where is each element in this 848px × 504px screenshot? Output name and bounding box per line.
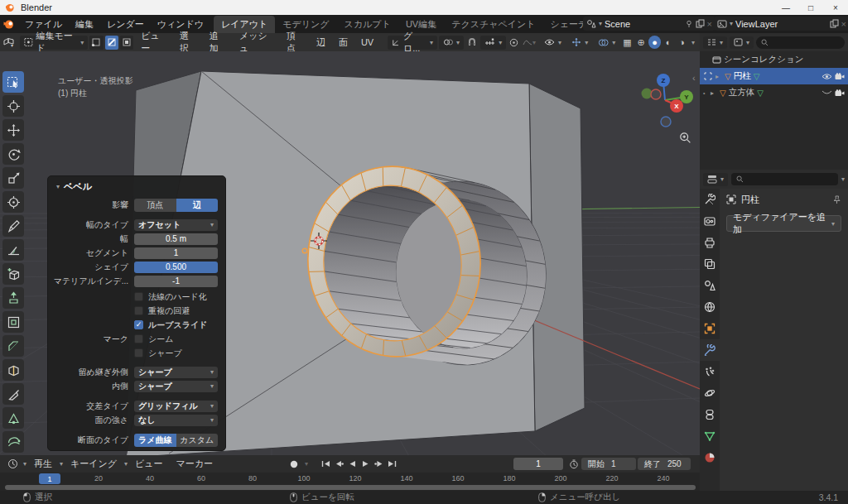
shading-rendered-button[interactable]: ◑ [676, 36, 688, 49]
frame-end-field[interactable]: 終了250 [638, 458, 691, 470]
harden-normals-checkbox[interactable] [134, 292, 143, 301]
outliner-row-cylinder[interactable]: ▸ ▽ 円柱 ▽ [700, 68, 848, 84]
material-index-field[interactable]: -1 [134, 276, 218, 287]
tab-object[interactable] [700, 318, 720, 339]
tab-render[interactable] [700, 210, 720, 232]
timeline-editor-type-icon[interactable] [3, 458, 22, 469]
tab-view-layer[interactable] [700, 253, 720, 275]
tool-extrude[interactable] [2, 287, 24, 309]
menu-marker[interactable]: マーカー [171, 458, 219, 470]
new-viewlayer-icon[interactable] [830, 19, 839, 28]
menu-face[interactable]: 面 [333, 36, 354, 49]
width-type-dropdown[interactable]: オフセット▾ [134, 219, 218, 231]
mode-selector[interactable]: 編集モード ▾ [20, 36, 88, 50]
properties-editor-type-icon[interactable]: ▾ [703, 173, 728, 186]
keying-set-caret[interactable]: ▾ [305, 460, 308, 468]
sidebar-collapse-arrow[interactable]: ‹ [692, 73, 696, 83]
expand-arrow[interactable]: ▸ [711, 89, 717, 97]
menu-render[interactable]: レンダー [100, 18, 151, 31]
miter-outer-dropdown[interactable]: シャープ▾ [134, 367, 218, 378]
outliner-filter-dropdown[interactable]: ▾ [730, 36, 754, 49]
jump-to-start-button[interactable] [320, 458, 332, 470]
jump-to-end-button[interactable] [386, 458, 398, 470]
shading-wireframe-button[interactable]: ⊕ [635, 36, 648, 49]
pivot-point-dropdown[interactable]: ▾ [439, 36, 464, 50]
close-button[interactable]: × [823, 0, 848, 15]
snap-settings-dropdown[interactable]: ▾ [480, 36, 506, 50]
tool-loop-cut[interactable] [2, 359, 24, 381]
mark-seam-checkbox[interactable] [134, 334, 143, 343]
xray-toggle[interactable]: ▦ [621, 36, 634, 49]
tool-poly-build[interactable] [2, 407, 24, 429]
current-frame-playhead[interactable]: 1 [39, 473, 60, 484]
pin-icon[interactable] [685, 20, 693, 28]
shading-material-button[interactable]: ◐ [662, 36, 675, 49]
maximize-button[interactable]: □ [798, 0, 823, 15]
outliner-row-cube[interactable]: • ▸ ▽ 立方体 ▽ [700, 84, 848, 101]
tool-transform[interactable] [2, 191, 24, 213]
auto-key-record-button[interactable] [287, 459, 301, 469]
frame-start-field[interactable]: 開始1 [581, 458, 636, 470]
transform-orientation-dropdown[interactable]: グロ... ▾ [388, 36, 437, 50]
hide-eye-closed-icon[interactable] [822, 89, 832, 96]
use-preview-range-clock-icon[interactable] [568, 459, 580, 469]
prev-keyframe-button[interactable] [333, 458, 345, 470]
menu-timeline-view[interactable]: ビュー [129, 458, 169, 470]
blender-menu-icon[interactable] [0, 18, 18, 30]
menu-keying[interactable]: キーイング [65, 458, 123, 470]
segments-field[interactable]: 1 [134, 247, 218, 259]
tool-move[interactable] [2, 119, 24, 141]
tool-inset[interactable] [2, 311, 24, 333]
affect-edges-option[interactable]: 辺 [176, 199, 219, 212]
menu-uv[interactable]: UV [355, 37, 379, 47]
tool-cursor[interactable] [2, 95, 24, 117]
tab-output[interactable] [700, 232, 720, 253]
pin-id-icon[interactable] [832, 195, 841, 204]
menu-window[interactable]: ウィンドウ [151, 18, 210, 31]
timeline-scrollbar[interactable] [5, 485, 696, 490]
menu-edit[interactable]: 編集 [69, 18, 100, 31]
hide-eye-icon[interactable] [822, 73, 832, 80]
tab-object-data[interactable] [700, 425, 720, 447]
shape-slider[interactable]: 0.500 [134, 262, 218, 273]
viewlayer-selector[interactable]: ▾ ViewLayer × [714, 17, 848, 31]
play-reverse-button[interactable] [346, 458, 359, 470]
menu-edge[interactable]: 辺 [311, 36, 331, 49]
disable-render-camera-icon[interactable] [835, 73, 845, 80]
width-field[interactable]: 0.5 m [134, 233, 218, 245]
tab-material[interactable] [700, 447, 720, 468]
tab-tool[interactable] [700, 189, 720, 210]
expand-arrow[interactable]: ▸ [716, 73, 722, 80]
tab-modifiers[interactable] [700, 339, 720, 361]
menu-playback[interactable]: 再生 [28, 458, 58, 470]
profile-superellipse-option[interactable]: ラメ曲線 [134, 434, 176, 447]
tab-constraints[interactable] [700, 404, 720, 425]
timeline-ruler[interactable]: 20 40 60 80 100 120 140 160 180 200 220 … [0, 473, 700, 491]
add-modifier-button[interactable]: モディファイアーを追加 ▾ [726, 215, 841, 232]
face-strength-dropdown[interactable]: なし▾ [134, 415, 218, 426]
miter-inner-dropdown[interactable]: シャープ▾ [134, 381, 218, 392]
edge-select-button[interactable] [105, 36, 118, 50]
new-scene-icon[interactable] [696, 19, 705, 28]
tab-particles[interactable] [700, 361, 720, 382]
current-frame-field[interactable]: 1 [513, 458, 563, 470]
zoom-icon[interactable] [676, 128, 694, 146]
tab-physics[interactable] [700, 382, 720, 404]
properties-search-input[interactable] [731, 173, 838, 185]
profile-custom-option[interactable]: カスタム [176, 434, 219, 447]
shading-dropdown-caret[interactable]: ▾ [691, 39, 695, 46]
menu-file[interactable]: ファイル [18, 18, 69, 31]
gizmos-dropdown[interactable]: ▾ [567, 36, 592, 50]
vertex-select-button[interactable] [89, 36, 103, 50]
tab-scene[interactable] [700, 275, 720, 296]
affect-vertices-option[interactable]: 頂点 [134, 199, 176, 212]
next-keyframe-button[interactable] [373, 458, 385, 470]
editor-type-icon[interactable]: ▾ [0, 37, 18, 48]
tool-measure[interactable] [2, 239, 24, 261]
show-object-types-dropdown[interactable]: ▾ [540, 36, 566, 50]
proportional-falloff-dropdown[interactable]: ▾ [522, 38, 537, 46]
tool-spin[interactable] [2, 431, 24, 453]
tool-rotate[interactable] [2, 143, 24, 165]
loop-slide-checkbox[interactable]: ✓ [134, 320, 143, 329]
tool-annotate[interactable] [2, 215, 24, 237]
